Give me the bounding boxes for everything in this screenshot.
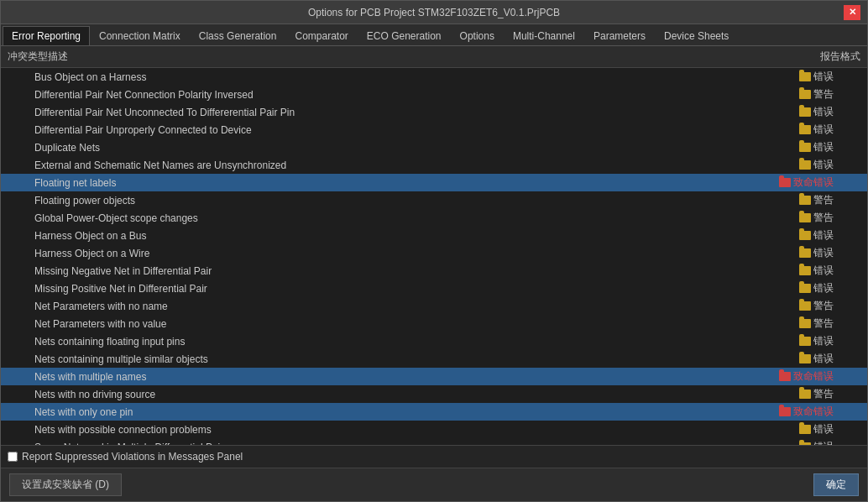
table-row[interactable]: Same Net used in Multiple Differential P… — [1, 438, 867, 445]
violation-name-cell: Missing Negative Net in Differential Pai… — [1, 262, 659, 280]
folder-icon — [799, 390, 811, 399]
table-row[interactable]: Floating net labels致命错误 — [1, 174, 867, 191]
violation-name-cell: Harness Object on a Bus — [1, 227, 659, 244]
status-text: 致命错误 — [793, 405, 834, 417]
tab-error-reporting[interactable]: Error Reporting — [3, 26, 90, 45]
tabs-bar: Error Reporting Connection Matrix Class … — [1, 24, 867, 46]
report-format-cell: 错误 — [659, 350, 867, 368]
table-row[interactable]: Missing Positive Net in Differential Pai… — [1, 280, 867, 297]
tab-comparator[interactable]: Comparator — [285, 26, 357, 45]
status-text: 错误 — [813, 106, 834, 118]
table-row[interactable]: Nets with multiple names致命错误 — [1, 368, 867, 385]
tab-device-sheets[interactable]: Device Sheets — [655, 26, 738, 45]
report-format-cell: 错误 — [659, 244, 867, 262]
status-text: 错误 — [813, 353, 834, 364]
table-row[interactable]: Bus Object on a Harness错误 — [1, 68, 867, 86]
status-text: 致命错误 — [793, 176, 834, 188]
suppress-violations-checkbox[interactable] — [8, 452, 18, 462]
violation-name-cell: Global Power-Object scope changes — [1, 209, 659, 227]
report-format-cell: 错误 — [659, 438, 867, 445]
table-row[interactable]: External and Schematic Net Names are Uns… — [1, 156, 867, 174]
tab-parameters[interactable]: Parameters — [584, 26, 655, 45]
table-row[interactable]: Net Parameters with no value警告 — [1, 315, 867, 332]
violation-name-cell: Nets with only one pin — [1, 403, 659, 421]
folder-icon — [799, 143, 811, 152]
bottom-bar: Report Suppressed Violations in Messages… — [1, 445, 867, 468]
violation-name-cell: Same Net used in Multiple Differential P… — [1, 438, 659, 445]
folder-icon — [799, 354, 811, 363]
violation-name-cell: Missing Positive Net in Differential Pai… — [1, 280, 659, 297]
main-window: Options for PCB Project STM32F103ZET6_V0… — [0, 0, 868, 502]
violation-name-cell: Bus Object on a Harness — [1, 68, 659, 86]
table-row[interactable]: Harness Object on a Wire错误 — [1, 244, 867, 262]
violation-name-cell: Differential Pair Net Connection Polarit… — [1, 86, 659, 103]
table-row[interactable]: Floating power objects警告 — [1, 191, 867, 209]
tab-options[interactable]: Options — [451, 26, 504, 45]
status-text: 警告 — [813, 194, 834, 206]
folder-icon — [779, 407, 791, 416]
table-row[interactable]: Nets containing multiple similar objects… — [1, 350, 867, 368]
report-format-cell: 警告 — [659, 86, 867, 103]
folder-icon — [799, 160, 811, 170]
table-row[interactable]: Differential Pair Net Connection Polarit… — [1, 86, 867, 103]
violation-name-cell: Net Parameters with no name — [1, 297, 659, 315]
table-row[interactable]: Global Power-Object scope changes警告 — [1, 209, 867, 227]
report-format-cell: 错误 — [659, 139, 867, 156]
table-row[interactable]: Nets with only one pin致命错误 — [1, 403, 867, 421]
tab-class-generation[interactable]: Class Generation — [190, 26, 286, 45]
window-title: Options for PCB Project STM32F103ZET6_V0… — [24, 7, 844, 18]
table-row[interactable]: Nets containing floating input pins错误 — [1, 332, 867, 350]
violation-name-cell: Nets with no driving source — [1, 385, 659, 403]
violation-name-cell: Nets with multiple names — [1, 368, 659, 385]
status-text: 警告 — [813, 88, 834, 100]
status-text: 错误 — [813, 264, 834, 276]
titlebar: Options for PCB Project STM32F103ZET6_V0… — [1, 1, 867, 24]
folder-icon — [799, 72, 811, 81]
table-row[interactable]: Differential Pair Net Unconnected To Dif… — [1, 103, 867, 121]
folder-icon — [799, 301, 811, 311]
violation-name-cell: External and Schematic Net Names are Uns… — [1, 156, 659, 174]
report-format-cell: 警告 — [659, 297, 867, 315]
confirm-button[interactable]: 确定 — [813, 473, 859, 496]
table-row[interactable]: Net Parameters with no name警告 — [1, 297, 867, 315]
table-row[interactable]: Differential Pair Unproperly Connected t… — [1, 121, 867, 139]
violations-table-container[interactable]: 冲突类型描述 报告格式 Bus Object on a Harness错误Dif… — [1, 46, 867, 445]
folder-icon — [799, 319, 811, 328]
table-row[interactable]: Harness Object on a Bus错误 — [1, 227, 867, 244]
report-format-cell: 错误 — [659, 68, 867, 86]
table-row[interactable]: Duplicate Nets错误 — [1, 139, 867, 156]
folder-icon — [799, 213, 811, 222]
suppress-violations-text: Report Suppressed Violations in Messages… — [22, 451, 243, 463]
folder-icon — [799, 125, 811, 134]
status-text: 错误 — [813, 71, 834, 82]
col-violation-type: 冲突类型描述 — [1, 46, 659, 68]
report-format-cell: 警告 — [659, 385, 867, 403]
status-text: 致命错误 — [793, 370, 834, 382]
table-row[interactable]: Nets with no driving source警告 — [1, 385, 867, 403]
close-button[interactable]: ✕ — [844, 5, 860, 20]
status-text: 警告 — [813, 212, 834, 223]
report-format-cell: 错误 — [659, 103, 867, 121]
violation-name-cell: Differential Pair Net Unconnected To Dif… — [1, 103, 659, 121]
table-row[interactable]: Missing Negative Net in Differential Pai… — [1, 262, 867, 280]
status-text: 错误 — [813, 229, 834, 241]
default-settings-button[interactable]: 设置成安装缺省 (D) — [9, 473, 122, 496]
status-text: 错误 — [813, 159, 834, 170]
tab-eco-generation[interactable]: ECO Generation — [358, 26, 451, 45]
folder-icon — [799, 266, 811, 275]
status-text: 警告 — [813, 317, 834, 329]
report-format-cell: 致命错误 — [659, 403, 867, 421]
folder-icon — [799, 231, 811, 240]
folder-icon — [799, 196, 811, 205]
suppress-violations-label[interactable]: Report Suppressed Violations in Messages… — [8, 451, 243, 463]
folder-icon — [779, 372, 791, 381]
tab-connection-matrix[interactable]: Connection Matrix — [90, 26, 190, 45]
table-row[interactable]: Nets with possible connection problems错误 — [1, 421, 867, 438]
folder-icon — [779, 178, 791, 187]
violation-name-cell: Nets containing floating input pins — [1, 332, 659, 350]
status-text: 错误 — [813, 335, 834, 347]
report-format-cell: 致命错误 — [659, 174, 867, 191]
tab-multi-channel[interactable]: Multi-Channel — [504, 26, 584, 45]
status-text: 警告 — [813, 388, 834, 400]
report-format-cell: 警告 — [659, 191, 867, 209]
